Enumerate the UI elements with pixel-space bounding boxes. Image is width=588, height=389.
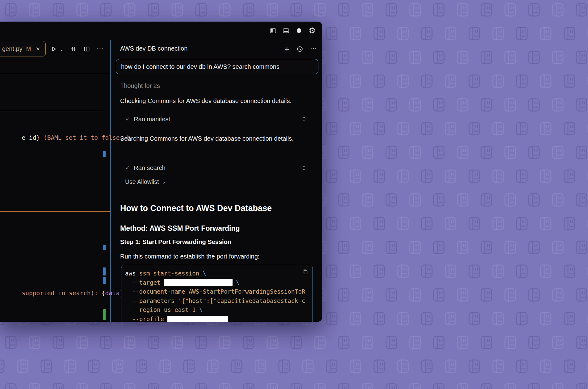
assistant-text: Checking Commons for AWS dev database co… [120,96,315,106]
code-token: ssm start-session [136,270,203,277]
plus-icon: + [284,45,289,53]
shield-icon [296,27,302,34]
toggle-sidebar-button[interactable] [269,27,277,35]
desktop: ⚙ gent.py M × ⌄ [0,0,588,389]
code-token: --profile [125,316,167,322]
check-icon: ✓ [125,116,130,122]
copy-icon [302,269,308,275]
split-editor-button[interactable] [83,46,90,52]
user-message-bubble[interactable]: how do I connect to our dev db in AWS? s… [116,59,318,74]
modified-badge: M [26,45,31,52]
gear-icon: ⚙ [309,27,316,35]
code-token: e_id} [22,134,40,141]
chat-history-button[interactable] [296,45,304,53]
code-line: --profile [125,315,313,322]
chevron-down-icon: ⌄ [60,47,64,52]
toggle-panel-button[interactable] [282,27,290,35]
code-block: aws ssm start-session \ --target \ --doc… [121,265,313,322]
scrollbar-mark [103,151,106,157]
compare-changes-button[interactable] [70,46,77,52]
code-token: aws [125,270,136,277]
layout-panel-icon [283,27,289,34]
tool-label: Ran manifest [134,116,170,123]
redacted-value [167,316,228,322]
code-line: --parameters '{"host":["capacitivedataba… [125,296,313,306]
tool-run-row[interactable]: ✓ Ran manifest [120,114,309,124]
unfold-icon[interactable] [302,165,306,171]
panel-divider-sash[interactable] [110,40,111,322]
assistant-text: Searching Commons for AWS dev database c… [120,134,294,143]
code-token: \ [203,270,206,277]
file-tab-label: gent.py [2,45,23,52]
scrollbar-mark [103,245,106,250]
code-token: \ [199,306,203,313]
code-line: --region us-east-1 \ [125,305,313,315]
run-button[interactable] [50,46,57,52]
editor-section-divider-orange [0,211,110,212]
chat-more-button[interactable]: ⋯ [309,44,317,53]
tool-label: Ran search [134,164,165,172]
redacted-value [164,279,233,286]
layout-sidebar-icon [270,27,276,34]
allowlist-label: Use Allowlist [125,178,159,185]
settings-gear-button[interactable]: ⚙ [308,26,316,35]
step-description: Run this command to establish the port f… [120,251,259,261]
code-line: aws ssm start-session \ [125,269,313,278]
split-editor-icon [84,46,90,52]
response-subheading: Method: AWS SSM Port Forwarding [120,224,240,233]
step-heading: Step 1: Start Port Forwarding Session [120,238,231,246]
editor-more-button[interactable]: ⋯ [96,44,104,53]
check-icon: ✓ [125,165,130,171]
run-dropdown-button[interactable]: ⌄ [59,46,64,52]
tool-run-row[interactable]: ✓ Ran search [120,163,309,173]
more-icon: ⋯ [97,45,104,52]
unfold-icon[interactable] [302,116,306,122]
new-chat-button[interactable]: + [283,45,291,53]
code-token: supported in search): [22,290,101,297]
close-icon[interactable]: × [36,45,40,52]
editor-code-line[interactable]: supported in search): {data}") [0,281,131,305]
scrollbar-mark [103,277,106,284]
app-window: ⚙ gent.py M × ⌄ [0,22,322,322]
compare-changes-icon [70,46,77,52]
scrollbar-mark [103,309,106,320]
code-token: --parameters '{"host":["capacitivedataba… [125,297,305,304]
editor-section-divider [0,74,110,74]
copy-button[interactable] [302,269,308,275]
code-line: --target \ [125,278,313,288]
user-message-text: how do I connect to our dev db in AWS? s… [121,63,279,70]
response-heading: How to Connect to AWS Dev Database [120,204,272,213]
allowlist-dropdown[interactable]: Use Allowlist ⌄ [125,178,166,185]
clock-icon [296,46,303,52]
editor-section-divider [0,111,103,111]
thought-label[interactable]: Thought for 2s [120,82,160,89]
code-token: --target [125,279,164,286]
code-token: data [105,290,120,297]
code-token: { [102,290,105,297]
code-token: --region us-east-1 [125,306,199,313]
editor-code-line[interactable]: e_id} (BAML set it to false, b [0,126,131,150]
extension-shield-button[interactable] [295,27,303,35]
code-token: (BAML set it to false, b [40,134,131,141]
more-icon: ⋯ [310,45,317,52]
chevron-down-icon: ⌄ [162,179,166,185]
code-line: --document-name AWS-StartPortForwardingS… [125,287,313,296]
chat-title: AWS dev DB connection [120,45,187,52]
play-icon [51,46,57,52]
code-token: --document-name AWS-StartPortForwardingS… [125,288,305,295]
file-tab[interactable]: gent.py M × [0,41,46,56]
code-token: \ [233,279,240,286]
scrollbar-mark [103,267,106,275]
